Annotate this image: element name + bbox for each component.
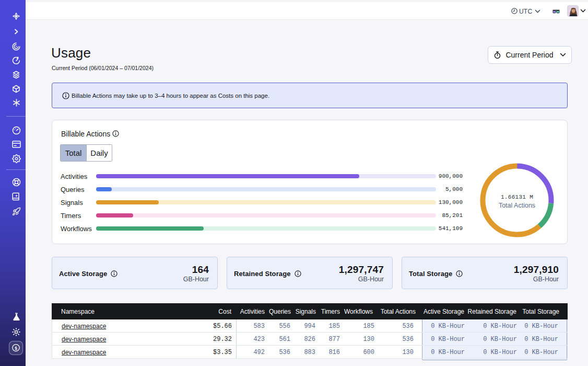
svg-text:$: $ [15, 346, 17, 351]
